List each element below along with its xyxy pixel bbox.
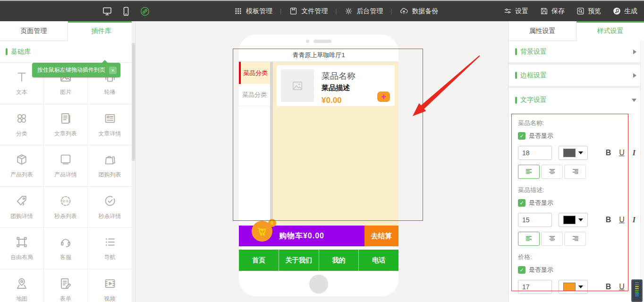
align-right-icon [571,235,579,242]
widget-form[interactable]: 表单 [44,269,88,302]
widget-groupbuy-detail[interactable]: 团购详情 [0,187,44,228]
action-sliders[interactable]: 设置 [503,7,528,16]
dish-name: 菜品名称 [322,70,356,82]
widget-product-list[interactable]: 产品列表 [0,145,44,187]
add-to-cart-button[interactable]: + [377,92,390,102]
group-label: 价格: [518,253,637,261]
tab-page-manage[interactable]: 页面管理 [0,21,68,41]
bold-button[interactable]: B [606,283,611,291]
widget-category[interactable]: 分类 [0,104,44,146]
tab-style-settings[interactable]: 样式设置 [576,21,644,41]
align-center-button[interactable] [541,232,563,246]
menu-separator: | [390,8,392,15]
editor-canvas: 青青原上草咖啡厅1 菜品分类菜品分类 菜品名称 菜品描述 ¥0.00 [136,21,508,302]
tooltip-close-icon[interactable]: × [109,67,117,74]
italic-button[interactable]: I [633,216,636,224]
dish-image-placeholder [281,69,314,102]
bottom-nav-item[interactable]: 首页 [239,250,279,271]
widget-article-list[interactable]: 文章列表 [44,104,88,146]
widget-service[interactable]: 客服 [44,228,88,269]
group-label: 菜品名称: [518,119,637,127]
library-section-label: 基础库 [11,48,31,56]
bottom-nav-item[interactable]: 关于我们 [279,250,319,271]
bold-button[interactable]: B [606,149,611,157]
text-setting-group: 菜品名称:✓是否显示BUI [518,119,637,179]
widget-label: 团购列表 [99,171,121,179]
monitor-icon[interactable] [102,6,113,17]
underline-button[interactable]: U [619,216,625,224]
toolbar-menu-group: 模板管理|文件管理|后台管理|数据备份 [234,1,438,21]
underline-button[interactable]: U [619,149,625,157]
show-checkbox[interactable]: ✓ [518,199,525,207]
align-left-button[interactable] [518,165,540,179]
align-right-button[interactable] [564,232,586,246]
grid-icon [234,7,243,16]
phone-preview: 青青原上草咖啡厅1 菜品分类菜品分类 菜品名称 菜品描述 ¥0.00 [239,34,398,296]
cart-total-label: 购物车¥0.00 [279,231,324,241]
widget-product-detail[interactable]: 产品详情 [44,145,88,187]
section-label: 边框设置 [520,71,633,80]
menu-grid[interactable]: 模板管理 [234,7,272,16]
widget-label: 视频 [104,295,116,302]
action-preview[interactable]: 预览 [576,7,601,16]
section-expanded[interactable]: 文字设置 [508,88,644,112]
category-tab[interactable]: 菜品分类 [239,84,270,106]
widget-grid: 文本图片轮播分类文章列表文章详情产品列表产品详情团购列表团购详情秒杀秒杀列表秒杀… [0,62,132,302]
cart-total[interactable]: 购物车¥0.00 0 [239,226,364,246]
dish-card[interactable]: 菜品名称 菜品描述 ¥0.00 + [277,65,395,106]
sliders-icon [503,7,512,16]
align-center-icon [548,235,556,242]
widget-seckill-detail[interactable]: 秒杀详情 [88,187,132,228]
cart-fab-button[interactable]: 0 [252,221,272,242]
show-checkbox[interactable]: ✓ [518,132,525,140]
show-checkbox[interactable]: ✓ [518,266,525,274]
caret-down-icon [578,218,583,221]
section-collapsed[interactable]: 背景设置 [508,41,644,65]
menu-gear[interactable]: 后台管理 [344,7,383,16]
font-size-input[interactable] [518,280,552,294]
plugin-sidebar: 页面管理 插件库 基础库 文本图片轮播分类文章列表文章详情产品列表产品详情团购列… [0,21,136,302]
bottom-nav-item[interactable]: 电话 [359,250,398,271]
widget-nav[interactable]: 导航 [88,228,132,269]
bottom-nav-item[interactable]: 我的 [319,250,359,271]
widget-seckill-list[interactable]: 秒杀秒杀列表 [44,187,88,228]
color-swatch [563,149,576,157]
font-size-input[interactable] [518,213,552,227]
scrollbar-thumb[interactable] [132,43,135,161]
color-dropdown[interactable] [559,213,588,227]
color-dropdown[interactable] [559,280,588,294]
widget-map[interactable]: 地图 [0,269,44,302]
widget-article-detail[interactable]: 文章详情 [88,104,132,146]
chevron-right-icon [633,50,636,54]
settings-scrollbar[interactable] [640,41,644,302]
italic-button[interactable]: I [633,149,636,157]
tab-plugin-library[interactable]: 插件库 [68,21,136,41]
widget-label: 文章详情 [99,130,121,138]
underline-button[interactable]: U [619,283,625,291]
cart-icon [256,225,268,237]
italic-button[interactable]: I [633,283,636,291]
widget-groupbuy-list[interactable]: 团购列表 [88,145,132,187]
font-size-input[interactable] [518,146,552,160]
action-generate[interactable]: 生成 [612,7,637,16]
menu-cloud-upload[interactable]: 数据备份 [399,7,438,16]
section-accent-bar [6,48,8,55]
category-tab[interactable]: 菜品分类 [239,62,270,84]
bold-button[interactable]: B [606,216,611,224]
file-icon [289,7,298,16]
link-icon[interactable] [139,6,151,17]
widget-video[interactable]: 视频 [88,269,132,302]
checkout-button[interactable]: 去结算 [364,226,398,246]
color-dropdown[interactable] [559,146,588,160]
tab-attribute-settings[interactable]: 属性设置 [508,21,576,41]
widget-free-layout[interactable]: 自由布局 [0,228,44,269]
widget-label: 轮播 [104,88,116,96]
align-left-button[interactable] [518,232,540,246]
align-center-button[interactable] [541,165,563,179]
menu-file[interactable]: 文件管理 [289,7,328,16]
phone-icon[interactable] [120,6,132,17]
action-save[interactable]: 保存 [540,7,565,16]
sidebar-scrollbar[interactable] [132,21,135,302]
section-collapsed[interactable]: 边框设置 [508,65,644,88]
align-right-button[interactable] [564,165,586,179]
